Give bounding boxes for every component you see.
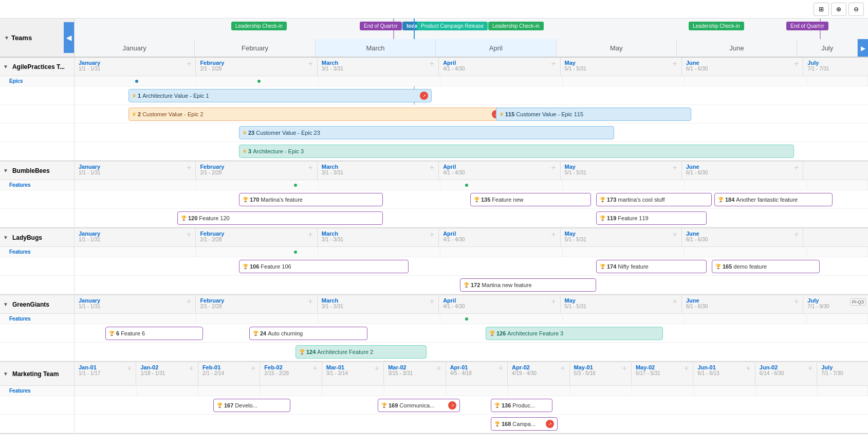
bumblebees-collapse[interactable]: ▼: [3, 168, 8, 173]
lb-add-jun[interactable]: +: [794, 230, 799, 239]
gg-add-feb[interactable]: +: [308, 297, 312, 306]
sidebar-header: ▼ Teams ◀: [0, 19, 75, 57]
feature-135[interactable]: 🏆 135 Feature new: [470, 193, 591, 206]
gg-add-jan[interactable]: +: [187, 297, 191, 306]
feature-120[interactable]: 🏆 120 Feature 120: [177, 211, 383, 225]
ap-br-timeline-3: ♛ 23 Customer Value - Epic 23: [75, 123, 868, 141]
ap-br-sidebar-2: [0, 105, 75, 123]
mt-add-may1[interactable]: +: [622, 364, 627, 372]
nav-left-button[interactable]: ◀: [64, 22, 74, 53]
feature-184[interactable]: 🏆 184 Another fantastic feature: [714, 193, 833, 206]
feature-174[interactable]: 🏆 174 Nifty feature: [596, 260, 707, 273]
ap-br-timeline-4: ♛ 3 Architecture - Epic 3: [75, 142, 868, 160]
months-header: Leadership Check-in End of Quarter today…: [75, 19, 868, 57]
ap-br-sidebar-4: [0, 142, 75, 160]
feature-136[interactable]: 🏆 136 Produc...: [491, 399, 552, 412]
marketing-name: ▼ Marketing Team: [0, 362, 75, 385]
bb-add-apr[interactable]: +: [551, 164, 556, 172]
epic-architecture-1[interactable]: ♛ 1 Architecture Value - Epic 1 ↗: [128, 89, 432, 102]
lb-add-apr[interactable]: +: [551, 230, 556, 239]
feature-167[interactable]: 🏆 167 Develo...: [213, 399, 290, 412]
mt-add-jun2[interactable]: +: [808, 364, 812, 372]
bb-add-mar[interactable]: +: [430, 164, 434, 172]
lb-add-jan[interactable]: +: [187, 230, 191, 239]
gg-add-may[interactable]: +: [673, 297, 677, 306]
zoom-out-button[interactable]: ⊖: [848, 3, 864, 16]
dot: [465, 317, 468, 321]
lb-add-may[interactable]: +: [673, 230, 677, 239]
trophy-icon: 🏆: [299, 349, 305, 354]
bumblebees-name: ▼ BumbleBees: [0, 162, 75, 180]
feature-168[interactable]: 🏆 168 Campa... ↗: [491, 417, 558, 431]
dot: [465, 184, 468, 187]
grid-view-button[interactable]: ⊞: [814, 3, 829, 16]
mt-add-apr2[interactable]: +: [560, 364, 565, 372]
epic-customer-115[interactable]: ♛ 115 Customer Value - Epic 115: [496, 108, 691, 121]
eq-line-2: [820, 19, 821, 39]
mt-add-may2[interactable]: +: [684, 364, 689, 372]
month-july: July: [797, 39, 858, 57]
month-names-row: January February March April May June Ju…: [75, 39, 868, 57]
bb-add-jun[interactable]: +: [794, 164, 799, 172]
ladybugs-collapse[interactable]: ▼: [3, 235, 8, 240]
epic-customer-2[interactable]: ♛ 2 Customer Value - Epic 2 ↗: [128, 108, 504, 121]
ap-bar-row-2: ♛ 2 Customer Value - Epic 2 ↗ ♛ 115 Cust…: [0, 105, 868, 123]
ap-add-apr[interactable]: +: [551, 60, 556, 68]
feature-172[interactable]: 🏆 172 Martina new feature: [460, 278, 596, 292]
bb-add-jan[interactable]: +: [187, 164, 191, 172]
feature-6[interactable]: 🏆 6 Feature 6: [105, 327, 203, 340]
trophy-icon: 🏆: [489, 331, 495, 336]
greengiants-collapse[interactable]: ▼: [3, 301, 8, 307]
gg-add-jun[interactable]: +: [794, 297, 799, 306]
ladybugs-label: LadyBugs: [12, 234, 42, 241]
milestone-leadership-checkin-2: Leadership Check-in: [488, 22, 544, 30]
feature-119[interactable]: 🏆 119 Feature 119: [596, 211, 707, 225]
ap-add-jun[interactable]: +: [794, 60, 799, 68]
milestone-end-of-quarter-1: End of Quarter: [360, 22, 402, 30]
bb-add-feb[interactable]: +: [308, 164, 312, 172]
bumblebees-header: ▼ BumbleBees January1/1 - 1/31+ February…: [0, 162, 868, 180]
ap-add-may[interactable]: +: [673, 60, 677, 68]
epic-customer-23[interactable]: ♛ 23 Customer Value - Epic 23: [239, 126, 614, 139]
lb-bar-row-2: 🏆 172 Martina new feature: [0, 276, 868, 294]
mt-add-feb1[interactable]: +: [251, 364, 255, 372]
ap-bar-row-1: ♛ 1 Architecture Value - Epic 1 ↗: [0, 86, 868, 105]
lb-add-feb[interactable]: +: [308, 230, 312, 239]
milestone-leadership-checkin-3: Leadership Check-in: [689, 22, 744, 30]
gg-add-apr[interactable]: +: [551, 297, 556, 306]
bb-add-may[interactable]: +: [673, 164, 677, 172]
ap-add-feb[interactable]: +: [308, 60, 312, 68]
zoom-in-button[interactable]: ⊕: [831, 3, 846, 16]
feature-24-auto-churning[interactable]: 🏆 24 Auto churning: [249, 327, 367, 340]
agilepractices-group-label: Epics: [0, 76, 75, 86]
feature-126[interactable]: 🏆 126 Architecture Feature 3: [486, 327, 663, 340]
feature-165[interactable]: 🏆 165 demo feature: [712, 260, 820, 273]
mt-add-feb2[interactable]: +: [312, 364, 317, 372]
feature-106[interactable]: 🏆 106 Feature 106: [239, 260, 409, 273]
feature-124[interactable]: 🏆 124 Architecture Feature 2: [296, 345, 427, 359]
ap-br-timeline-2: ♛ 2 Customer Value - Epic 2 ↗ ♛ 115 Cust…: [75, 105, 868, 123]
marketing-collapse[interactable]: ▼: [3, 371, 8, 377]
feature-169[interactable]: 🏆 169 Communica... ↗: [378, 399, 460, 412]
mt-add-apr1[interactable]: +: [498, 364, 503, 372]
mt-add-jan1[interactable]: +: [127, 364, 132, 372]
nav-right-button[interactable]: ▶: [858, 39, 868, 57]
greengiants-group-label: Features: [0, 314, 75, 324]
epic-architecture-3[interactable]: ♛ 3 Architecture - Epic 3: [239, 145, 794, 158]
collapse-icon[interactable]: ▼: [4, 35, 9, 41]
feature-170[interactable]: 🏆 170 Martina's feature: [239, 193, 383, 206]
mt-add-jun1[interactable]: +: [746, 364, 750, 372]
ap-add-jan[interactable]: +: [187, 60, 191, 68]
feature-173[interactable]: 🏆 173 martina's cool stuff: [596, 193, 712, 206]
link-icon-1[interactable]: ↗: [420, 92, 428, 100]
lb-add-mar[interactable]: +: [430, 230, 434, 239]
mt-add-jan2[interactable]: +: [189, 364, 194, 372]
gg-add-mar[interactable]: +: [430, 297, 434, 306]
month-february: February: [195, 39, 315, 57]
ap-add-mar[interactable]: +: [430, 60, 434, 68]
link-icon-169[interactable]: ↗: [448, 401, 456, 410]
link-icon-168[interactable]: ↗: [546, 420, 554, 428]
mt-add-mar2[interactable]: +: [436, 364, 441, 372]
mt-add-mar1[interactable]: +: [375, 364, 379, 372]
agilepractices-collapse[interactable]: ▼: [3, 64, 8, 69]
